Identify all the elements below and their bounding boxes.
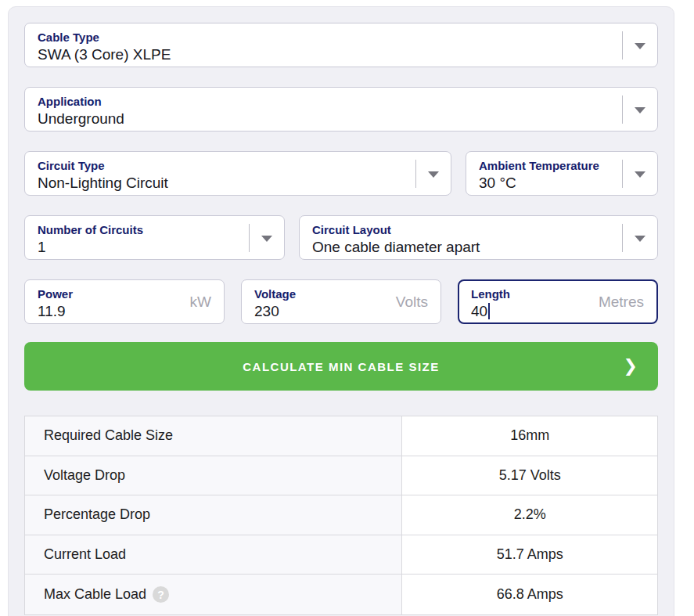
chevron-down-icon — [635, 171, 645, 178]
circuit-layout-value: One cable diameter apart — [312, 238, 645, 257]
ambient-temperature-label: Ambient Temperature — [479, 158, 645, 173]
dropdown-divider — [622, 31, 623, 59]
result-label: Percentage Drop — [25, 495, 402, 535]
result-value: 16mm — [402, 416, 657, 456]
circuit-type-select[interactable]: Circuit Type Non-Lighting Circuit — [24, 151, 451, 196]
result-label: Required Cable Size — [25, 416, 402, 456]
chevron-down-icon — [635, 43, 645, 49]
result-value: 51.7 Amps — [402, 535, 657, 575]
length-input[interactable]: Length 40 Metres — [458, 279, 658, 324]
results-table: Required Cable Size 16mm Voltage Drop 5.… — [24, 416, 658, 615]
calculate-button-label: CALCULATE MIN CABLE SIZE — [243, 360, 440, 373]
circuit-layout-label: Circuit Layout — [312, 222, 645, 237]
chevron-down-icon — [261, 236, 272, 242]
chevron-down-icon — [635, 236, 645, 242]
help-icon[interactable]: ? — [153, 586, 169, 603]
number-of-circuits-value: 1 — [38, 238, 271, 257]
application-label: Application — [38, 94, 645, 109]
result-row-voltage-drop: Voltage Drop 5.17 Volts — [25, 456, 657, 496]
chevron-right-icon: ❯ — [624, 356, 638, 376]
power-input[interactable]: Power 11.9 kW — [24, 279, 225, 324]
result-label: Current Load — [25, 535, 402, 575]
cable-type-label: Cable Type — [38, 30, 645, 45]
number-of-circuits-label: Number of Circuits — [38, 222, 271, 237]
result-row-required-cable-size: Required Cable Size 16mm — [25, 416, 657, 456]
calculator-panel: Cable Type SWA (3 Core) XLPE Application… — [8, 6, 674, 616]
chevron-down-icon — [428, 171, 439, 178]
number-of-circuits-select[interactable]: Number of Circuits 1 — [24, 215, 285, 260]
result-label: Max Cable Load ? — [25, 575, 402, 614]
power-unit: kW — [190, 294, 211, 311]
voltage-unit: Volts — [396, 294, 428, 311]
dropdown-divider — [622, 224, 623, 252]
result-value: 66.8 Amps — [402, 575, 657, 614]
dropdown-divider — [622, 160, 623, 188]
dropdown-divider — [415, 160, 416, 188]
cable-type-value: SWA (3 Core) XLPE — [38, 45, 645, 64]
dropdown-divider — [622, 95, 623, 124]
result-value: 2.2% — [402, 495, 657, 535]
application-value: Underground — [38, 110, 645, 128]
result-value: 5.17 Volts — [402, 456, 657, 495]
result-row-percentage-drop: Percentage Drop 2.2% — [25, 495, 657, 535]
circuit-type-value: Non-Lighting Circuit — [38, 174, 438, 193]
length-unit: Metres — [599, 294, 644, 311]
power-value[interactable]: 11.9 — [38, 302, 211, 321]
chevron-down-icon — [635, 107, 645, 113]
application-select[interactable]: Application Underground — [24, 87, 658, 131]
circuit-layout-select[interactable]: Circuit Layout One cable diameter apart — [299, 215, 658, 260]
cable-type-select[interactable]: Cable Type SWA (3 Core) XLPE — [24, 23, 658, 67]
voltage-input[interactable]: Voltage 230 Volts — [241, 279, 441, 324]
circuit-type-label: Circuit Type — [38, 158, 438, 173]
ambient-temperature-select[interactable]: Ambient Temperature 30 °C — [466, 151, 658, 196]
power-label: Power — [38, 286, 211, 301]
calculate-button[interactable]: CALCULATE MIN CABLE SIZE ❯ — [24, 342, 658, 391]
dropdown-divider — [249, 224, 250, 252]
result-label: Voltage Drop — [25, 456, 402, 495]
text-cursor — [488, 303, 490, 319]
result-row-max-cable-load: Max Cable Load ? 66.8 Amps — [25, 575, 657, 614]
ambient-temperature-value: 30 °C — [479, 174, 645, 193]
result-row-current-load: Current Load 51.7 Amps — [25, 535, 657, 575]
